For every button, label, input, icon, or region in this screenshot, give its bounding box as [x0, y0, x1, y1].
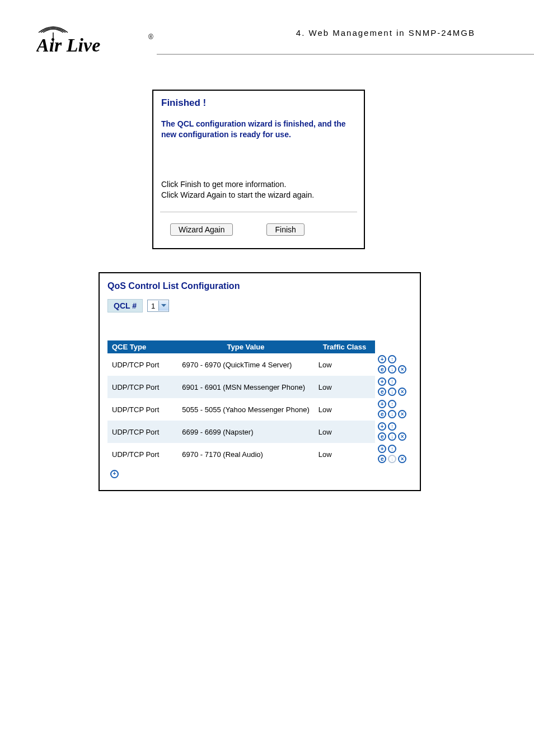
delete-icon-glyph: ×: [398, 455, 406, 463]
edit-icon[interactable]: e: [377, 432, 387, 441]
chevron-down-icon: [158, 301, 168, 311]
edit-icon-glyph: e: [378, 455, 386, 463]
wizard-instruction-2: Click Wizard Again to start the wizard a…: [161, 190, 314, 199]
add-entry-button[interactable]: +: [110, 469, 119, 479]
delete-icon[interactable]: ×: [397, 409, 407, 419]
table-row: UDP/TCP Port5055 - 5055 (Yahoo Messenger…: [107, 398, 412, 421]
cell-qce-type: UDP/TCP Port: [107, 443, 177, 465]
insert-icon[interactable]: +: [377, 377, 387, 386]
move-down-icon[interactable]: ↓: [387, 365, 397, 374]
move-down-icon-glyph: ↓: [388, 410, 396, 418]
qcl-number-value: 1: [148, 302, 158, 310]
move-up-icon[interactable]: ↑: [387, 399, 397, 409]
move-up-icon-glyph: ↑: [388, 445, 396, 453]
insert-icon[interactable]: +: [377, 399, 387, 409]
move-up-icon[interactable]: ↑: [387, 377, 397, 386]
cell-traffic-class: Low: [314, 353, 375, 376]
wizard-separator: [160, 212, 357, 212]
table-row: UDP/TCP Port6901 - 6901 (MSN Messenger P…: [107, 376, 412, 398]
move-down-icon-glyph: ↓: [388, 388, 396, 396]
qcl-title: QoS Control List Configuration: [107, 281, 412, 291]
edit-icon-glyph: e: [378, 432, 386, 441]
delete-icon[interactable]: ×: [397, 387, 407, 396]
cell-actions: +↑e↓×: [375, 421, 412, 443]
wizard-finished-dialog: Finished ! The QCL configuration wizard …: [152, 90, 365, 249]
table-row: UDP/TCP Port6699 - 6699 (Napster)Low+↑e↓…: [107, 421, 412, 443]
breadcrumb: 4. Web Management in SNMP-24MGB: [296, 28, 475, 38]
plus-icon: +: [110, 470, 119, 478]
wizard-title: Finished !: [161, 97, 356, 109]
delete-icon-glyph: ×: [398, 388, 406, 396]
wizard-message: The QCL configuration wizard is finished…: [161, 119, 356, 140]
delete-icon[interactable]: ×: [397, 365, 407, 374]
cell-qce-type: UDP/TCP Port: [107, 398, 177, 421]
wizard-again-button[interactable]: Wizard Again: [170, 223, 233, 236]
brand-logo: Air Live ®: [36, 20, 154, 56]
col-type-value: Type Value: [177, 340, 313, 353]
qcl-panel: QoS Control List Configuration QCL # 1 Q…: [99, 272, 421, 491]
edit-icon[interactable]: e: [377, 454, 387, 464]
delete-icon[interactable]: ×: [397, 432, 407, 441]
wizard-instructions: Click Finish to get more information. Cl…: [161, 179, 356, 200]
cell-type-value: 5055 - 5055 (Yahoo Messenger Phone): [177, 398, 313, 421]
delete-icon-glyph: ×: [398, 365, 406, 374]
cell-qce-type: UDP/TCP Port: [107, 353, 177, 376]
wizard-instruction-1: Click Finish to get more information.: [161, 180, 286, 189]
cell-traffic-class: Low: [314, 376, 375, 398]
delete-icon[interactable]: ×: [397, 454, 407, 464]
cell-actions: +↑e↓×: [375, 353, 412, 376]
insert-icon[interactable]: +: [377, 422, 387, 431]
move-down-icon-glyph: ↓: [388, 432, 396, 441]
delete-icon-glyph: ×: [398, 432, 406, 441]
insert-icon-glyph: +: [378, 355, 386, 363]
table-row: UDP/TCP Port6970 - 6970 (QuickTime 4 Ser…: [107, 353, 412, 376]
svg-text:Air Live: Air Live: [36, 35, 100, 55]
cell-actions: +↑e↓×: [375, 443, 412, 465]
edit-icon[interactable]: e: [377, 387, 387, 396]
qcl-number-select[interactable]: 1: [147, 300, 169, 312]
insert-icon-glyph: +: [378, 400, 386, 408]
cell-qce-type: UDP/TCP Port: [107, 376, 177, 398]
qcl-table: QCE Type Type Value Traffic Class UDP/TC…: [107, 340, 412, 465]
move-down-icon: ↓: [387, 454, 397, 464]
edit-icon-glyph: e: [378, 410, 386, 418]
cell-type-value: 6901 - 6901 (MSN Messenger Phone): [177, 376, 313, 398]
cell-actions: +↑e↓×: [375, 376, 412, 398]
move-up-icon[interactable]: ↑: [387, 444, 397, 454]
delete-icon-glyph: ×: [398, 410, 406, 418]
move-up-icon[interactable]: ↑: [387, 422, 397, 431]
qcl-number-label: QCL #: [107, 299, 143, 312]
move-down-icon-glyph: ↓: [388, 365, 396, 374]
move-down-icon[interactable]: ↓: [387, 432, 397, 441]
move-down-icon-glyph: ↓: [388, 455, 396, 463]
move-up-icon-glyph: ↑: [388, 400, 396, 408]
col-actions: [375, 340, 412, 353]
edit-icon[interactable]: e: [377, 365, 387, 374]
cell-traffic-class: Low: [314, 398, 375, 421]
edit-icon-glyph: e: [378, 365, 386, 374]
edit-icon[interactable]: e: [377, 409, 387, 419]
move-down-icon[interactable]: ↓: [387, 387, 397, 396]
finish-button[interactable]: Finish: [266, 223, 304, 236]
insert-icon[interactable]: +: [377, 354, 387, 364]
move-up-icon-glyph: ↑: [388, 355, 396, 363]
cell-type-value: 6970 - 6970 (QuickTime 4 Server): [177, 353, 313, 376]
move-down-icon[interactable]: ↓: [387, 409, 397, 419]
edit-icon-glyph: e: [378, 388, 386, 396]
cell-actions: +↑e↓×: [375, 398, 412, 421]
col-traffic-class: Traffic Class: [314, 340, 375, 353]
insert-icon-glyph: +: [378, 377, 386, 386]
col-qce-type: QCE Type: [107, 340, 177, 353]
move-up-icon-glyph: ↑: [388, 422, 396, 431]
insert-icon-glyph: +: [378, 422, 386, 431]
cell-traffic-class: Low: [314, 443, 375, 465]
header-divider: [157, 54, 534, 55]
move-up-icon[interactable]: ↑: [387, 354, 397, 364]
insert-icon[interactable]: +: [377, 444, 387, 454]
cell-type-value: 6970 - 7170 (Real Audio): [177, 443, 313, 465]
cell-traffic-class: Low: [314, 421, 375, 443]
cell-type-value: 6699 - 6699 (Napster): [177, 421, 313, 443]
insert-icon-glyph: +: [378, 445, 386, 453]
svg-text:®: ®: [148, 33, 153, 41]
table-row: UDP/TCP Port6970 - 7170 (Real Audio)Low+…: [107, 443, 412, 465]
